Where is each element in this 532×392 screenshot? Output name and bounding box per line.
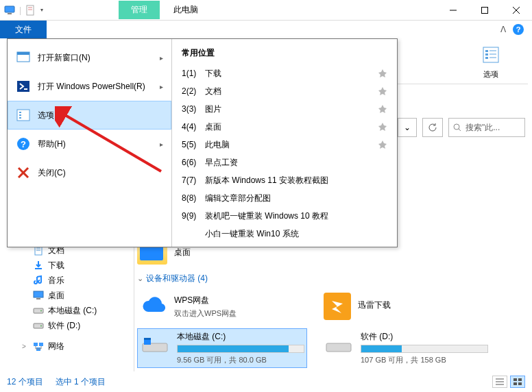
svg-rect-6 xyxy=(482,7,488,13)
item-label: 此电脑 xyxy=(205,139,378,151)
item-label: 桌面 xyxy=(205,121,378,133)
help-icon[interactable]: ? xyxy=(513,24,524,35)
item-label: 新版本 Windows 11 安装教程截图 xyxy=(205,175,378,186)
content-area: 桌面 设备和驱动器 (4) WPS网盘 双击进入WPS网盘 迅雷下载 本地磁盘 … xyxy=(137,240,525,368)
menu-item-new-window[interactable]: 打开新窗口(N) ▸ xyxy=(8,43,171,72)
status-bar: 12 个项目 选中 1 个项目 xyxy=(7,374,525,389)
svg-rect-35 xyxy=(34,291,43,297)
frequent-place-item[interactable]: 4(4)桌面 xyxy=(172,118,397,136)
svg-rect-57 xyxy=(518,382,522,385)
file-menu: 打开新窗口(N) ▸ 打开 Windows PowerShell(R) ▸ 选项… xyxy=(7,38,398,247)
search-box[interactable]: 搜索"此... xyxy=(448,118,525,137)
title-bar: | ▾ 管理 此电脑 xyxy=(0,0,532,21)
download-icon xyxy=(33,260,44,271)
drive-icon xyxy=(140,331,170,356)
svg-rect-0 xyxy=(5,6,14,12)
frequent-place-item[interactable]: 2(2)文档 xyxy=(172,82,397,100)
frequent-place-item[interactable]: 1(1)下载 xyxy=(172,64,397,82)
svg-rect-2 xyxy=(27,5,34,15)
help-circle-icon: ? xyxy=(16,136,31,151)
menu-item-options[interactable]: 选项 xyxy=(8,101,171,130)
menu-item-close[interactable]: 关闭(C) xyxy=(8,158,171,187)
item-label: 图片 xyxy=(205,103,378,115)
svg-rect-23 xyxy=(19,112,21,113)
tile-d-drive[interactable]: 软件 (D:) 107 GB 可用，共 158 GB xyxy=(321,328,491,368)
view-tiles-button[interactable] xyxy=(510,376,525,388)
svg-line-17 xyxy=(459,129,461,131)
close-button[interactable] xyxy=(500,0,532,21)
qat-separator: | xyxy=(19,5,21,15)
tile-wps-netdisk[interactable]: WPS网盘 双击进入WPS网盘 xyxy=(137,290,307,323)
pin-icon xyxy=(378,140,387,149)
frequent-place-item[interactable]: 8(8)编辑文章部分配图 xyxy=(172,189,397,207)
tree-item-network[interactable]: 网络 xyxy=(19,339,129,354)
ribbon-options-label: 选项 xyxy=(470,69,511,79)
svg-rect-56 xyxy=(513,382,517,385)
item-number: 5(5) xyxy=(182,140,205,149)
svg-rect-1 xyxy=(8,13,12,14)
svg-rect-50 xyxy=(326,343,351,352)
tree-item[interactable]: 桌面 xyxy=(19,288,129,303)
qat-dropdown-icon[interactable]: ▾ xyxy=(40,7,43,13)
properties-icon[interactable] xyxy=(25,5,36,16)
frequent-place-item[interactable]: 3(3)图片 xyxy=(172,100,397,118)
minimize-button[interactable] xyxy=(437,0,469,21)
file-tab[interactable]: 文件 xyxy=(0,21,47,38)
tile-c-drive[interactable]: 本地磁盘 (C:) 9.56 GB 可用，共 80.0 GB xyxy=(137,328,307,368)
view-details-button[interactable] xyxy=(492,376,507,388)
svg-point-40 xyxy=(40,326,42,327)
pin-icon xyxy=(378,86,387,96)
item-number: 6(6) xyxy=(182,158,205,167)
svg-text:?: ? xyxy=(21,139,26,149)
svg-rect-54 xyxy=(513,378,517,381)
address-dropdown[interactable]: ⌄ xyxy=(398,118,417,137)
frequent-place-item[interactable]: 小白一键重装 Win10 系统 xyxy=(172,225,397,243)
close-x-icon xyxy=(16,165,31,180)
item-number: 7(7) xyxy=(182,175,205,185)
frequent-place-item[interactable]: 6(6)早点工资 xyxy=(172,154,397,171)
svg-point-16 xyxy=(454,124,459,130)
c-drive-usage-bar xyxy=(177,345,304,353)
menu-item-help[interactable]: ? 帮助(H) ▸ xyxy=(8,130,171,158)
tree-item[interactable]: 软件 (D:) xyxy=(19,318,129,333)
frequent-places-header: 常用位置 xyxy=(172,43,397,64)
item-label: 下载 xyxy=(205,68,378,79)
address-bar-row: ⌄ 搜索"此... xyxy=(398,118,525,137)
network-icon xyxy=(33,341,44,352)
item-number: 8(8) xyxy=(182,193,205,203)
frequent-place-item[interactable]: 9(9)装机吧一键重装 Windows 10 教程 xyxy=(172,207,397,225)
tile-xunlei[interactable]: 迅雷下载 xyxy=(321,290,491,323)
tree-item[interactable]: 音乐 xyxy=(19,273,129,288)
pin-icon xyxy=(378,122,387,132)
pin-icon xyxy=(378,69,387,78)
ribbon-tab-manage[interactable]: 管理 xyxy=(119,1,160,19)
file-menu-left-panel: 打开新窗口(N) ▸ 打开 Windows PowerShell(R) ▸ 选项… xyxy=(8,39,172,247)
d-drive-usage-bar xyxy=(361,345,488,353)
menu-item-powershell[interactable]: 打开 Windows PowerShell(R) ▸ xyxy=(8,72,171,101)
submenu-arrow-icon: ▸ xyxy=(160,54,163,62)
ribbon-options-button[interactable]: 选项 xyxy=(470,45,511,79)
svg-rect-42 xyxy=(39,343,43,346)
frequent-place-item[interactable]: 5(5)此电脑 xyxy=(172,136,397,154)
frequent-place-item[interactable]: 7(7)新版本 Windows 11 安装教程截图 xyxy=(172,171,397,189)
refresh-button[interactable] xyxy=(422,118,443,137)
item-label: 小白一键重装 Win10 系统 xyxy=(205,228,378,240)
navigation-tree: 文档下载音乐桌面本地磁盘 (C:)软件 (D:) 网络 xyxy=(19,243,129,354)
svg-rect-36 xyxy=(36,298,40,299)
music-icon xyxy=(33,275,44,286)
pin-icon xyxy=(378,104,387,114)
maximize-button[interactable] xyxy=(469,0,500,21)
item-number: 3(3) xyxy=(182,104,205,114)
drive-icon xyxy=(324,331,354,356)
collapse-ribbon-icon[interactable]: ᐱ xyxy=(500,25,506,34)
this-pc-icon xyxy=(4,5,15,16)
svg-rect-22 xyxy=(17,110,29,121)
submenu-arrow-icon: ▸ xyxy=(160,140,163,148)
svg-rect-24 xyxy=(19,114,21,116)
window-title: 此电脑 xyxy=(160,4,437,16)
section-header-devices[interactable]: 设备和驱动器 (4) xyxy=(137,273,525,284)
tree-item[interactable]: 本地磁盘 (C:) xyxy=(19,303,129,318)
quick-access-toolbar: | ▾ xyxy=(0,5,43,16)
tree-item[interactable]: 下载 xyxy=(19,258,129,273)
svg-rect-25 xyxy=(19,117,21,119)
